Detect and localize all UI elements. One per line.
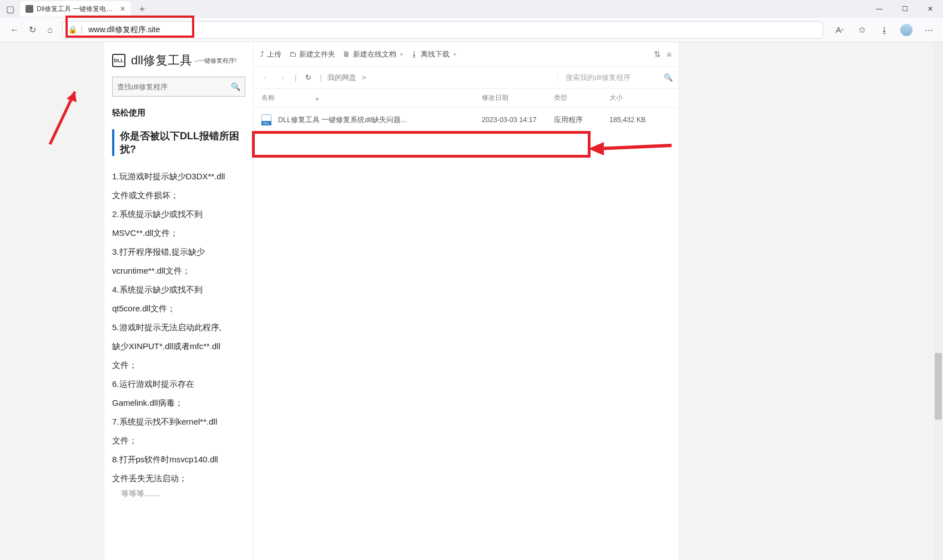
para: 文件或文件损坏； [112,187,245,204]
brand-subtitle: --一键修复程序! [194,57,236,65]
minimize-button[interactable]: — [866,0,892,18]
file-icon [261,114,271,125]
para: vcruntime**.dll文件； [112,263,245,279]
panel-search-placeholder[interactable]: 搜索我的dll修复程序 [566,73,631,83]
maximize-button[interactable]: ☐ [892,0,917,18]
url-text: www.dll修复程序.site [88,25,160,35]
scrollbar-thumb[interactable] [935,353,942,420]
col-date[interactable]: 修改日期 [482,93,554,103]
para: 8.打开ps软件时msvcp140.dll [112,451,245,468]
upload-button[interactable]: ⤴上传 [260,49,281,59]
para: 文件丢失无法启动； [112,470,245,487]
folder-icon: 🗀 [289,50,296,58]
new-online-doc-button[interactable]: 🗎新建在线文档▾ [343,49,403,59]
col-name[interactable]: 名称 [261,93,275,103]
breadcrumb-bar: ‹ › | ↻ | 我的网盘 > 搜索我的dll修复程序 🔍 [254,67,678,89]
para: 2.系统提示缺少或找不到 [112,206,245,223]
file-type: 应用程序 [554,115,609,125]
file-toolbar: ⤴上传 🗀新建文件夹 🗎新建在线文档▾ ⭳离线下载▾ ⇅ ≡ [254,42,678,67]
back-button[interactable]: ← [6,21,23,39]
brand-title: dll修复工具 [131,52,192,69]
sort-asc-icon: ▴ [316,95,319,101]
nav-forward-icon[interactable]: › [277,73,289,82]
search-icon[interactable]: 🔍 [231,82,240,91]
favicon-icon [26,5,33,13]
downloads-icon[interactable]: ⭳ [875,21,893,39]
titlebar: ▢ Dll修复工具 一键修复电脑丢失Dll ✕ ＋ — ☐ ✕ [0,0,943,18]
home-button[interactable]: ⌂ [41,21,59,39]
sidebar: DLL dll修复工具 --一键修复程序! 🔍 轻松使用 你是否被以下DLL报错… [104,42,253,560]
breadcrumb-sep: > [362,73,366,82]
question-heading: 你是否被以下DLL报错所困扰? [112,129,245,156]
search-input[interactable] [117,83,231,91]
col-size[interactable]: 大小 [609,93,670,103]
nav-back-icon[interactable]: ‹ [259,73,271,82]
para: 文件； [112,432,245,449]
browser-tab[interactable]: Dll修复工具 一键修复电脑丢失Dll ✕ [20,1,131,17]
para: 5.游戏时提示无法启动此程序, [112,319,245,336]
offline-download-button[interactable]: ⭳离线下载▾ [411,49,456,59]
para: 1.玩游戏时提示缺少D3DX**.dll [112,168,245,185]
chevron-down-icon: ▾ [400,52,403,57]
para: 3.打开程序报错,提示缺少 [112,244,245,260]
url-input[interactable]: 🔒 | www.dll修复程序.site [62,21,823,39]
upload-icon: ⤴ [260,50,264,58]
window-controls: — ☐ ✕ [866,0,943,18]
file-name: DLL修复工具 一键修复系统dll缺失问题... [278,115,406,125]
sort-icon[interactable]: ⇅ [654,49,661,59]
para: 7.系统提示找不到kernel**.dll [112,413,245,430]
close-button[interactable]: ✕ [917,0,943,18]
tab-title: Dll修复工具 一键修复电脑丢失Dll [37,4,115,14]
page-content: DLL dll修复工具 --一键修复程序! 🔍 轻松使用 你是否被以下DLL报错… [0,42,943,560]
new-folder-button[interactable]: 🗀新建文件夹 [289,49,335,59]
file-list-header: 名称▴ 修改日期 类型 大小 [254,89,678,108]
brand-icon: DLL [112,54,125,67]
section-heading: 轻松使用 [112,108,245,118]
brand: DLL dll修复工具 --一键修复程序! [112,52,245,69]
favorites-icon[interactable]: ✩ [853,21,871,39]
search-box[interactable]: 🔍 [112,77,245,97]
address-bar: ← ↻ ⌂ 🔒 | www.dll修复程序.site A» ✩ ⭳ ⋯ [0,18,943,42]
para: 4.系统提示缺少或找不到 [112,281,245,298]
new-tab-button[interactable]: ＋ [135,3,149,15]
col-type[interactable]: 类型 [554,93,609,103]
search-icon[interactable]: 🔍 [664,73,673,82]
para: qt5core.dll文件； [112,300,245,317]
para-ellipsis: 等等等....... [121,489,245,499]
para: 6.运行游戏时提示存在 [112,376,245,392]
para: Gamelink.dll病毒； [112,395,245,411]
close-icon[interactable]: ✕ [120,5,125,13]
para: MSVC**.dll文件； [112,225,245,241]
file-panel: ⤴上传 🗀新建文件夹 🗎新建在线文档▾ ⭳离线下载▾ ⇅ ≡ ‹ › | ↻ |… [253,42,678,560]
para: 缺少XINPUT*.dll或者mfc**.dll [112,338,245,355]
lock-icon: 🔒 [68,26,77,34]
read-aloud-icon[interactable]: A» [831,21,849,39]
file-size: 185,432 KB [609,116,670,124]
nav-refresh-icon[interactable]: ↻ [302,73,314,82]
page-scrollbar[interactable] [934,42,943,560]
refresh-button[interactable]: ↻ [23,21,41,39]
chevron-down-icon: ▾ [453,52,456,57]
list-view-icon[interactable]: ≡ [667,49,672,59]
profile-avatar[interactable] [897,21,915,39]
tab-overview-icon[interactable]: ▢ [3,2,17,16]
file-date: 2023-03-03 14:17 [482,116,554,124]
download-icon: ⭳ [411,50,418,58]
menu-icon[interactable]: ⋯ [920,21,937,39]
breadcrumb-root[interactable]: 我的网盘 [327,73,356,83]
document-icon: 🗎 [343,50,350,58]
para: 文件； [112,357,245,374]
file-row[interactable]: DLL修复工具 一键修复系统dll缺失问题... 2023-03-03 14:1… [254,108,678,132]
